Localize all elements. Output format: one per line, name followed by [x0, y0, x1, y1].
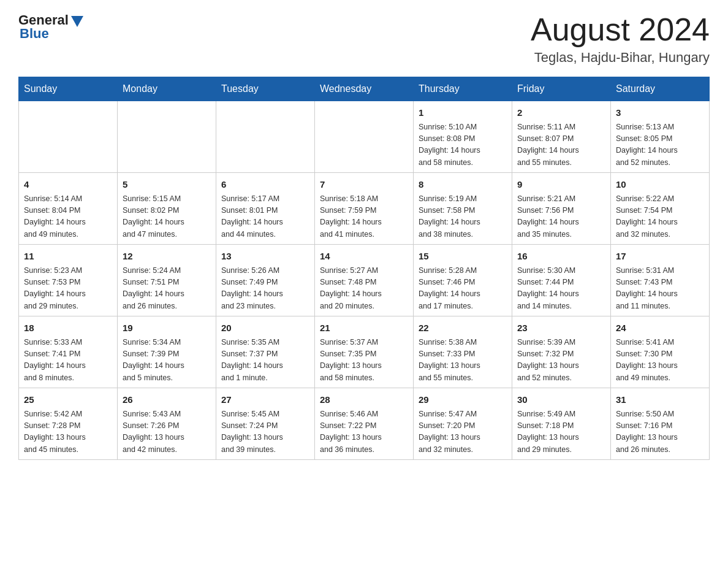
logo-arrow-icon — [71, 16, 83, 27]
calendar-cell: 11Sunrise: 5:23 AM Sunset: 7:53 PM Dayli… — [19, 245, 118, 316]
day-info: Sunrise: 5:14 AM Sunset: 8:04 PM Dayligh… — [24, 193, 112, 241]
calendar-cell: 23Sunrise: 5:39 AM Sunset: 7:32 PM Dayli… — [512, 316, 611, 388]
calendar-cell: 27Sunrise: 5:45 AM Sunset: 7:24 PM Dayli… — [216, 388, 315, 460]
day-number: 22 — [419, 321, 507, 335]
day-info: Sunrise: 5:28 AM Sunset: 7:46 PM Dayligh… — [419, 265, 507, 313]
day-number: 23 — [517, 321, 605, 335]
day-info: Sunrise: 5:27 AM Sunset: 7:48 PM Dayligh… — [320, 265, 408, 313]
day-info: Sunrise: 5:10 AM Sunset: 8:08 PM Dayligh… — [419, 121, 507, 169]
calendar-week-row: 11Sunrise: 5:23 AM Sunset: 7:53 PM Dayli… — [19, 245, 710, 316]
day-number: 14 — [320, 250, 408, 264]
calendar-cell: 20Sunrise: 5:35 AM Sunset: 7:37 PM Dayli… — [216, 316, 315, 388]
calendar-cell: 12Sunrise: 5:24 AM Sunset: 7:51 PM Dayli… — [118, 245, 216, 316]
day-number: 1 — [419, 106, 507, 120]
day-number: 28 — [320, 393, 408, 407]
calendar-header-sunday: Sunday — [19, 77, 118, 101]
day-info: Sunrise: 5:13 AM Sunset: 8:05 PM Dayligh… — [616, 121, 704, 169]
day-info: Sunrise: 5:22 AM Sunset: 7:54 PM Dayligh… — [616, 193, 704, 241]
day-number: 31 — [616, 393, 704, 407]
day-info: Sunrise: 5:39 AM Sunset: 7:32 PM Dayligh… — [517, 337, 605, 385]
day-info: Sunrise: 5:31 AM Sunset: 7:43 PM Dayligh… — [616, 265, 704, 313]
day-info: Sunrise: 5:23 AM Sunset: 7:53 PM Dayligh… — [24, 265, 112, 313]
day-number: 27 — [221, 393, 309, 407]
day-number: 2 — [517, 106, 605, 120]
calendar-cell: 6Sunrise: 5:17 AM Sunset: 8:01 PM Daylig… — [216, 173, 315, 245]
day-info: Sunrise: 5:43 AM Sunset: 7:26 PM Dayligh… — [123, 408, 211, 456]
calendar-week-row: 18Sunrise: 5:33 AM Sunset: 7:41 PM Dayli… — [19, 316, 710, 388]
calendar-cell: 25Sunrise: 5:42 AM Sunset: 7:28 PM Dayli… — [19, 388, 118, 460]
day-number: 26 — [123, 393, 211, 407]
day-info: Sunrise: 5:46 AM Sunset: 7:22 PM Dayligh… — [320, 408, 408, 456]
calendar-week-row: 25Sunrise: 5:42 AM Sunset: 7:28 PM Dayli… — [19, 388, 710, 460]
day-info: Sunrise: 5:24 AM Sunset: 7:51 PM Dayligh… — [123, 265, 211, 313]
day-info: Sunrise: 5:50 AM Sunset: 7:16 PM Dayligh… — [616, 408, 704, 456]
calendar-cell: 10Sunrise: 5:22 AM Sunset: 7:54 PM Dayli… — [611, 173, 710, 245]
page-header: General Blue August 2024 Teglas, Hajdu-B… — [18, 12, 710, 66]
calendar-cell: 3Sunrise: 5:13 AM Sunset: 8:05 PM Daylig… — [611, 101, 710, 173]
calendar-table: SundayMondayTuesdayWednesdayThursdayFrid… — [18, 77, 710, 460]
day-number: 25 — [24, 393, 112, 407]
calendar-cell: 13Sunrise: 5:26 AM Sunset: 7:49 PM Dayli… — [216, 245, 315, 316]
calendar-cell: 30Sunrise: 5:49 AM Sunset: 7:18 PM Dayli… — [512, 388, 611, 460]
calendar-week-row: 1Sunrise: 5:10 AM Sunset: 8:08 PM Daylig… — [19, 101, 710, 173]
logo: General Blue — [18, 12, 83, 42]
calendar-cell: 17Sunrise: 5:31 AM Sunset: 7:43 PM Dayli… — [611, 245, 710, 316]
calendar-cell: 5Sunrise: 5:15 AM Sunset: 8:02 PM Daylig… — [118, 173, 216, 245]
calendar-cell — [315, 101, 414, 173]
calendar-header-monday: Monday — [118, 77, 216, 101]
day-info: Sunrise: 5:26 AM Sunset: 7:49 PM Dayligh… — [221, 265, 309, 313]
day-number: 20 — [221, 321, 309, 335]
day-info: Sunrise: 5:17 AM Sunset: 8:01 PM Dayligh… — [221, 193, 309, 241]
calendar-cell: 29Sunrise: 5:47 AM Sunset: 7:20 PM Dayli… — [414, 388, 512, 460]
day-number: 17 — [616, 250, 704, 264]
day-number: 5 — [123, 178, 211, 192]
day-info: Sunrise: 5:11 AM Sunset: 8:07 PM Dayligh… — [517, 121, 605, 169]
calendar-header-row: SundayMondayTuesdayWednesdayThursdayFrid… — [19, 77, 710, 101]
calendar-cell: 28Sunrise: 5:46 AM Sunset: 7:22 PM Dayli… — [315, 388, 414, 460]
calendar-header-saturday: Saturday — [611, 77, 710, 101]
day-info: Sunrise: 5:15 AM Sunset: 8:02 PM Dayligh… — [123, 193, 211, 241]
calendar-header-tuesday: Tuesday — [216, 77, 315, 101]
day-number: 6 — [221, 178, 309, 192]
calendar-cell — [216, 101, 315, 173]
day-number: 4 — [24, 178, 112, 192]
day-number: 21 — [320, 321, 408, 335]
calendar-cell: 9Sunrise: 5:21 AM Sunset: 7:56 PM Daylig… — [512, 173, 611, 245]
calendar-cell: 4Sunrise: 5:14 AM Sunset: 8:04 PM Daylig… — [19, 173, 118, 245]
logo-blue-text: Blue — [18, 26, 49, 42]
day-info: Sunrise: 5:18 AM Sunset: 7:59 PM Dayligh… — [320, 193, 408, 241]
calendar-cell: 1Sunrise: 5:10 AM Sunset: 8:08 PM Daylig… — [414, 101, 512, 173]
calendar-cell: 16Sunrise: 5:30 AM Sunset: 7:44 PM Dayli… — [512, 245, 611, 316]
day-number: 29 — [419, 393, 507, 407]
day-info: Sunrise: 5:45 AM Sunset: 7:24 PM Dayligh… — [221, 408, 309, 456]
title-section: August 2024 Teglas, Hajdu-Bihar, Hungary — [531, 12, 710, 66]
day-number: 13 — [221, 250, 309, 264]
day-number: 24 — [616, 321, 704, 335]
calendar-cell: 24Sunrise: 5:41 AM Sunset: 7:30 PM Dayli… — [611, 316, 710, 388]
calendar-header-friday: Friday — [512, 77, 611, 101]
day-info: Sunrise: 5:34 AM Sunset: 7:39 PM Dayligh… — [123, 337, 211, 385]
day-number: 8 — [419, 178, 507, 192]
day-info: Sunrise: 5:49 AM Sunset: 7:18 PM Dayligh… — [517, 408, 605, 456]
day-info: Sunrise: 5:30 AM Sunset: 7:44 PM Dayligh… — [517, 265, 605, 313]
day-number: 12 — [123, 250, 211, 264]
day-number: 10 — [616, 178, 704, 192]
day-number: 18 — [24, 321, 112, 335]
calendar-cell: 15Sunrise: 5:28 AM Sunset: 7:46 PM Dayli… — [414, 245, 512, 316]
day-info: Sunrise: 5:42 AM Sunset: 7:28 PM Dayligh… — [24, 408, 112, 456]
calendar-cell: 7Sunrise: 5:18 AM Sunset: 7:59 PM Daylig… — [315, 173, 414, 245]
day-info: Sunrise: 5:35 AM Sunset: 7:37 PM Dayligh… — [221, 337, 309, 385]
day-number: 3 — [616, 106, 704, 120]
day-info: Sunrise: 5:19 AM Sunset: 7:58 PM Dayligh… — [419, 193, 507, 241]
day-info: Sunrise: 5:21 AM Sunset: 7:56 PM Dayligh… — [517, 193, 605, 241]
calendar-cell: 21Sunrise: 5:37 AM Sunset: 7:35 PM Dayli… — [315, 316, 414, 388]
calendar-cell: 18Sunrise: 5:33 AM Sunset: 7:41 PM Dayli… — [19, 316, 118, 388]
day-info: Sunrise: 5:41 AM Sunset: 7:30 PM Dayligh… — [616, 337, 704, 385]
calendar-cell: 22Sunrise: 5:38 AM Sunset: 7:33 PM Dayli… — [414, 316, 512, 388]
month-title: August 2024 — [531, 12, 710, 47]
day-info: Sunrise: 5:33 AM Sunset: 7:41 PM Dayligh… — [24, 337, 112, 385]
calendar-week-row: 4Sunrise: 5:14 AM Sunset: 8:04 PM Daylig… — [19, 173, 710, 245]
calendar-header-thursday: Thursday — [414, 77, 512, 101]
calendar-cell: 8Sunrise: 5:19 AM Sunset: 7:58 PM Daylig… — [414, 173, 512, 245]
day-number: 9 — [517, 178, 605, 192]
